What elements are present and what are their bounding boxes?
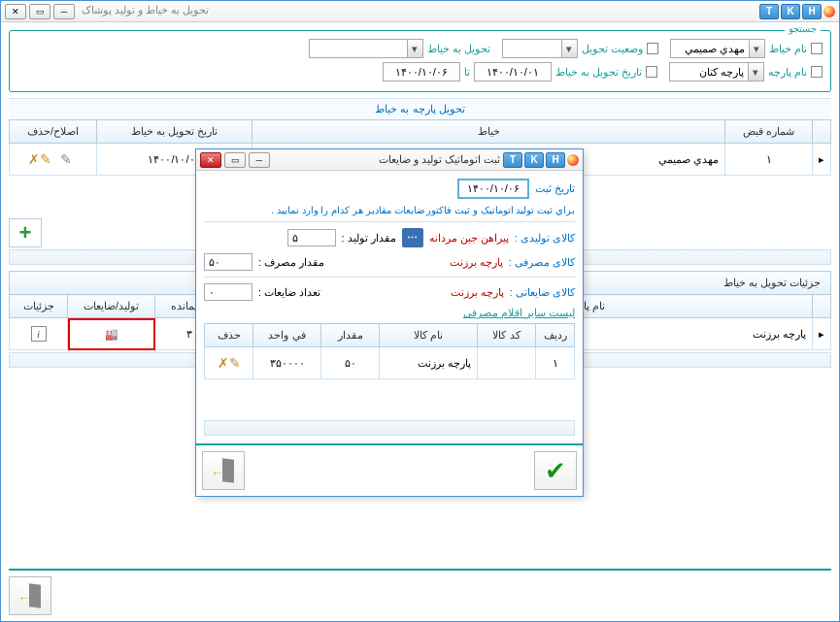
cell-code <box>478 347 536 379</box>
modal-exit-button[interactable] <box>202 451 245 490</box>
exit-button[interactable] <box>9 576 51 615</box>
fabric-name-value: پارچه کتان <box>670 63 748 81</box>
col-receipt-no: شماره قبض <box>725 120 813 144</box>
status-checkbox[interactable] <box>647 43 658 54</box>
tailor-name-combo[interactable]: ▾ مهدي صميمي <box>670 39 765 58</box>
col-del: حذف <box>205 324 253 347</box>
hkt-t: T <box>759 4 779 19</box>
status-combo[interactable]: ▾ <box>502 39 578 58</box>
deliver-to-label: تحویل به خیاط <box>427 43 490 55</box>
cell-receipt-no: ۱ <box>725 144 813 176</box>
col-edit-del: اصلاح/حذف <box>10 120 97 144</box>
window-title: تحویل به خیاط و تولید پوشاک <box>82 4 209 19</box>
col-tailor: خیاط <box>252 120 725 144</box>
qty-cons-input[interactable] <box>204 253 252 271</box>
cell-actions: ✎ ✎✗ <box>10 144 97 176</box>
maximize-button[interactable]: ▭ <box>29 4 50 19</box>
col-details: جزئیات <box>10 295 68 318</box>
qty-cons-label: مقدار مصرف : <box>258 256 324 269</box>
tailor-name-value: مهدي صميمي <box>671 40 749 57</box>
cell-details[interactable]: i <box>10 318 68 350</box>
modal-note: براي ثبت تولید اتوماتیک و ثبت فاکتور ضای… <box>204 205 575 215</box>
modal-title: ثبت اتوماتیک تولید و ضایعات <box>379 153 500 166</box>
deliver-to-combo[interactable]: ▾ <box>309 39 423 58</box>
cell-qty: ۵۰ <box>321 347 380 379</box>
hkt-k: K <box>781 4 800 19</box>
delete-icon[interactable]: ✎✗ <box>28 147 51 171</box>
chevron-down-icon: ▾ <box>407 40 422 57</box>
add-button[interactable]: + <box>9 218 42 247</box>
waste-value: پارچه برزنت <box>451 286 504 299</box>
main-window: H K T تحویل به خیاط و تولید پوشاک ─ ▭ ✕ … <box>0 0 840 622</box>
minimize-button[interactable]: ─ <box>53 4 75 19</box>
to-label: تا <box>464 66 470 79</box>
chevron-down-icon: ▾ <box>749 40 764 57</box>
date-to-input[interactable] <box>383 62 460 82</box>
qty-prod-label: مقدار تولید : <box>342 232 396 245</box>
modal-maximize-button[interactable]: ▭ <box>224 152 246 168</box>
modal-close-button[interactable]: ✕ <box>200 152 221 168</box>
date-range-label: تاریخ تحویل به خیاط <box>555 66 642 79</box>
cell-name: پارچه برزنت <box>380 347 478 379</box>
tailor-name-label: نام خیاط <box>769 43 807 55</box>
col-code: کد کالا <box>478 324 536 347</box>
fabric-name-checkbox[interactable] <box>811 66 823 78</box>
row-marker: ▸ <box>813 144 831 176</box>
section1-title: تحویل پارچه به خیاط <box>9 98 831 119</box>
edit-icon[interactable]: ✎ <box>54 147 78 171</box>
factory-icon: 🏭 <box>100 322 123 345</box>
waste-qty-label: تعداد ضایعات : <box>258 286 320 299</box>
qty-prod-input[interactable] <box>287 229 336 246</box>
production-modal: H K T ثبت اتوماتیک تولید و ضایعات ─ ▭ ✕ … <box>195 148 584 497</box>
hkt-badge: H K T <box>759 4 835 19</box>
waste-qty-input[interactable] <box>204 283 252 301</box>
close-button[interactable]: ✕ <box>5 4 26 19</box>
produced-value: پیراهن جین مردانه <box>429 232 509 245</box>
chevron-down-icon: ▾ <box>561 40 577 57</box>
fabric-name-combo[interactable]: ▾ پارچه کتان <box>669 62 764 82</box>
main-footer <box>9 569 831 615</box>
col-row: ردیف <box>536 324 575 347</box>
modal-footer: ✔ <box>196 443 583 496</box>
list-title: لیست سایر اقلام مصرفی <box>204 307 575 319</box>
hkt-h: H <box>802 4 822 19</box>
col-unit-price: في واحد <box>253 324 321 347</box>
date-range-checkbox[interactable] <box>646 66 657 78</box>
record-dot-icon <box>823 6 835 17</box>
exit-door-icon <box>213 459 234 482</box>
modal-minimize-button[interactable]: ─ <box>249 152 270 168</box>
waste-label: کالای ضایعاتی : <box>510 286 575 299</box>
cell-unit-price: ۳۵۰۰۰۰ <box>253 347 321 379</box>
col-date: تاریخ تحویل به خیاط <box>97 120 252 144</box>
cell-prod-waste[interactable]: 🏭 <box>68 318 155 350</box>
cell-row: ۱ <box>536 347 575 379</box>
date-from-input[interactable] <box>474 62 552 82</box>
search-panel: جستجو نام خیاط ▾ مهدي صميمي وضعیت تحویل … <box>9 30 831 92</box>
col-name: نام کالا <box>380 324 478 347</box>
produced-label: کالای تولیدی : <box>515 232 575 245</box>
main-titlebar: H K T تحویل به خیاط و تولید پوشاک ─ ▭ ✕ <box>1 1 839 22</box>
info-icon: i <box>31 326 47 342</box>
chevron-down-icon: ▾ <box>748 63 763 81</box>
table-row[interactable]: ۱ پارچه برزنت ۵۰ ۳۵۰۰۰۰ ✎✗ <box>205 347 575 379</box>
reg-date-label: تاریخ ثبت <box>535 182 575 195</box>
record-dot-icon <box>567 154 579 166</box>
modal-scrollbar[interactable] <box>204 420 575 436</box>
exit-door-icon <box>19 584 41 607</box>
tailor-name-checkbox[interactable] <box>811 43 823 54</box>
consumed-label: کالای مصرفی : <box>509 256 575 269</box>
search-legend: جستجو <box>785 23 821 34</box>
confirm-button[interactable]: ✔ <box>534 451 577 490</box>
reg-date-value[interactable]: ۱۴۰۰/۱۰/۰۶ <box>457 179 529 199</box>
fabric-name-label: نام پارچه <box>768 66 807 79</box>
produced-more-button[interactable]: ⋯ <box>402 228 423 247</box>
col-prod-waste: تولید/ضایعات <box>68 295 155 318</box>
modal-titlebar: H K T ثبت اتوماتیک تولید و ضایعات ─ ▭ ✕ <box>196 149 583 171</box>
col-qty: مقدار <box>321 324 380 347</box>
consumed-value: پارچه برزنت <box>450 256 503 269</box>
consumed-items-table: ردیف کد کالا نام کالا مقدار في واحد حذف … <box>204 323 575 379</box>
delete-row-icon[interactable]: ✎✗ <box>218 351 241 375</box>
status-label: وضعیت تحویل <box>582 43 643 55</box>
